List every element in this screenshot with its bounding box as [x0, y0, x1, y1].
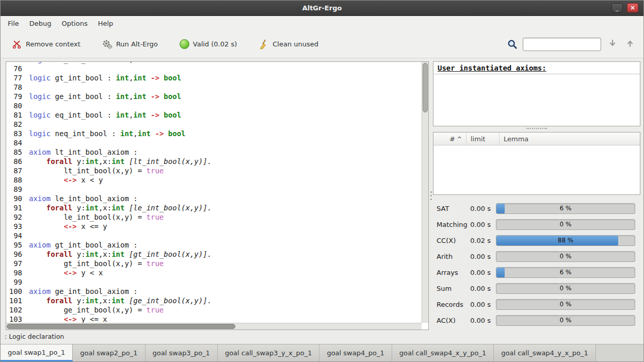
stat-time: 0.00 s [463, 317, 491, 324]
search-icon [507, 39, 518, 50]
stat-row-records: Records0.00 s0 % [433, 297, 640, 312]
clean-unused-button[interactable]: Clean unused [254, 36, 323, 53]
minimize-button[interactable]: _ [611, 3, 623, 12]
menu-help[interactable]: Help [93, 17, 119, 30]
horizontal-scrollbar-thumb[interactable] [7, 324, 235, 329]
line-number: 76 [6, 64, 22, 74]
search-input[interactable] [523, 38, 601, 51]
line-number: 94 [6, 232, 22, 241]
close-button[interactable]: × [627, 3, 638, 12]
code-line [29, 278, 422, 287]
toolbar-right-group [507, 38, 636, 51]
column-header-number[interactable]: # ^ [433, 133, 466, 145]
code-line: axiom ge_int_bool_axiom : [29, 287, 422, 297]
stat-progressbar: 0 % [496, 283, 635, 294]
stat-label: SAT [437, 205, 449, 212]
pane-splitter[interactable] [429, 61, 433, 330]
toolbar: Remove context Run Alt-Ergo Valid (0.02 … [1, 30, 643, 58]
line-number: 90 [6, 194, 22, 204]
search-up-button[interactable] [624, 38, 636, 51]
code-line: <-> x <= y [29, 222, 422, 232]
column-header-label: limit [471, 135, 486, 143]
code-line [29, 102, 422, 111]
tab-goal-swap2_po_1[interactable]: goal swap2_po_1 [73, 344, 145, 361]
code-line: ge_int_bool(x,y) = true [29, 306, 422, 315]
stat-label: Arith [437, 253, 453, 260]
window: AltGr-Ergo _ × File Debug Options Help R… [0, 0, 644, 362]
line-number: 77 [6, 74, 22, 83]
stat-progressbar: 0 % [496, 251, 635, 262]
lemma-table-header: # ^ limit Lemma [433, 133, 640, 145]
line-number: 93 [6, 222, 22, 232]
editor-horizontal-scrollbar[interactable] [6, 323, 422, 330]
line-number: 86 [6, 157, 22, 167]
sort-indicator-icon: ^ [457, 136, 462, 142]
line-number: 92 [6, 213, 22, 222]
code-line: forall y:int,x:int [ge_int_bool(x,y)]. [29, 297, 422, 306]
tab-goal-swap1_po_1[interactable]: goal swap1_po_1 [1, 344, 73, 361]
line-number: 98 [6, 269, 22, 278]
line-number: 91 [6, 204, 22, 213]
tab-goal-swap4_po_1[interactable]: goal swap4_po_1 [319, 344, 392, 361]
code-line: le_int_bool(x,y) = true [29, 213, 422, 222]
line-number: 101 [6, 297, 22, 306]
line-number: 80 [6, 102, 22, 111]
tab-goal-call_swap3_y_x_po_1[interactable]: goal call_swap3_y_x_po_1 [218, 344, 320, 361]
window-title: AltGr-Ergo [302, 4, 342, 12]
code-line: forall y:int,x:int [lt_int_bool(x,y)]. [29, 157, 422, 167]
line-number: 89 [6, 185, 22, 194]
code-line: axiom lt_int_bool_axiom : [29, 148, 422, 157]
broom-icon [259, 39, 269, 50]
source-editor[interactable]: 7576777879808182838485868788899091929394… [6, 61, 429, 330]
code-line: forall y:int,x:int [gt_int_bool(x,y)]. [29, 250, 422, 259]
line-number: 78 [6, 83, 22, 92]
stat-time: 0.00 s [463, 205, 491, 212]
gears-icon [102, 39, 112, 50]
line-number: 85 [6, 148, 22, 157]
stat-time: 0.00 s [463, 285, 491, 292]
search-down-button[interactable] [606, 38, 619, 51]
line-number: 99 [6, 278, 22, 287]
run-alt-ergo-button[interactable]: Run Alt-Ergo [98, 36, 162, 53]
tab-label: goal swap4_po_1 [327, 349, 384, 357]
column-header-limit[interactable]: limit [466, 133, 500, 145]
vertical-scrollbar-thumb[interactable] [423, 63, 428, 112]
panel-splitter[interactable] [526, 128, 547, 129]
tab-label: goal call_swap4_x_y_po_1 [399, 349, 487, 357]
code-line: logic eq_int_bool : int,int -> bool [29, 111, 422, 120]
stat-row-arith: Arith0.00 s0 % [433, 249, 640, 265]
code-line: logic ge_int_bool : int,int -> bool [29, 92, 422, 102]
editor-vertical-scrollbar[interactable] [422, 62, 428, 323]
line-number: 82 [6, 120, 22, 129]
stat-progressbar: 0 % [496, 219, 635, 230]
progressbar-percent-label: 0 % [496, 300, 635, 309]
stat-progressbar: 0 % [496, 315, 635, 326]
tab-goal-call_swap4_y_x_po_1[interactable]: goal call_swap4_y_x_po_1 [494, 344, 596, 361]
tab-goal-call_swap4_x_y_po_1[interactable]: goal call_swap4_x_y_po_1 [392, 344, 494, 361]
line-numbers: 7576777879808182838485868788899091929394… [6, 62, 25, 323]
column-header-label: # [449, 135, 455, 143]
stat-time: 0.00 s [463, 301, 491, 308]
stat-label: Arrays [437, 269, 458, 276]
remove-context-button[interactable]: Remove context [8, 36, 85, 53]
code-line [29, 64, 422, 74]
stat-row-matching: Matching0.00 s0 % [433, 217, 640, 233]
stat-row-arrays: Arrays0.00 s6 % [433, 265, 640, 281]
right-panel: User instantiated axioms: # ^ limit Lemm… [433, 61, 640, 330]
stat-row-cc-x-: CC(X)0.02 s88 % [433, 233, 640, 249]
tab-goal-swap3_po_1[interactable]: goal swap3_po_1 [146, 344, 218, 361]
menu-file[interactable]: File [3, 17, 24, 30]
menu-debug[interactable]: Debug [24, 17, 57, 30]
menu-bar: File Debug Options Help [1, 16, 643, 30]
column-header-lemma[interactable]: Lemma [500, 133, 640, 145]
axioms-panel-title: User instantiated axioms: [433, 62, 640, 74]
lemma-table: # ^ limit Lemma [433, 132, 640, 195]
code-line: axiom gt_int_bool_axiom : [29, 241, 422, 250]
tab-bar: goal swap1_po_1goal swap2_po_1goal swap3… [1, 344, 643, 361]
line-number: 102 [6, 306, 22, 315]
code-line: logic gt_int_bool : int,int -> bool [29, 74, 422, 83]
title-bar[interactable]: AltGr-Ergo _ × [1, 1, 643, 16]
code-viewport: 7576777879808182838485868788899091929394… [6, 62, 422, 323]
menu-options[interactable]: Options [57, 17, 93, 30]
line-number: 88 [6, 176, 22, 185]
